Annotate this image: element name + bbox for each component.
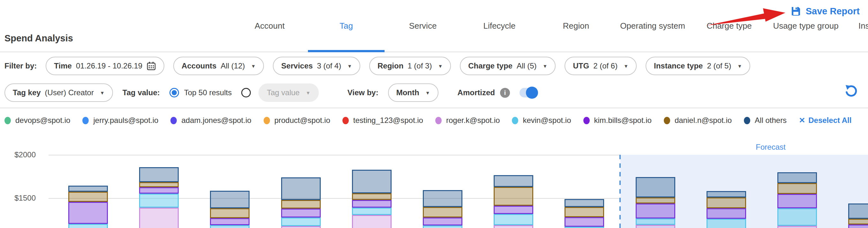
bar-8-segment-kevin-spot-io[interactable] <box>564 227 604 228</box>
bar-7-segment-daniel-n-spot-io[interactable] <box>494 187 533 206</box>
bar-6-segment-kim-bills-spot-io[interactable] <box>423 218 462 225</box>
bar-5-segment-all-others[interactable] <box>352 170 392 193</box>
tab-account[interactable]: Account <box>231 0 308 51</box>
legend-dot <box>342 117 349 124</box>
bar-4-segment-kim-bills-spot-io[interactable] <box>281 208 321 218</box>
bar-11-segment-roger-k-spot-io[interactable] <box>777 226 817 228</box>
bar-1-segment-daniel-n-spot-io[interactable] <box>68 192 108 202</box>
forecast-divider-line <box>619 155 621 228</box>
tab-service[interactable]: Service <box>384 0 461 51</box>
legend-item-kim-bills-spot-io[interactable]: kim.bills@spot.io <box>583 116 652 125</box>
bar-4-segment-kevin-spot-io[interactable] <box>281 218 321 226</box>
charge-type-filter-label: Charge type <box>468 62 513 70</box>
bar-10-segment-kim-bills-spot-io[interactable] <box>707 208 746 219</box>
save-report-label: Save Report <box>806 6 860 16</box>
bar-11-segment-kim-bills-spot-io[interactable] <box>777 194 817 208</box>
bar-9-segment-roger-k-spot-io[interactable] <box>636 225 675 228</box>
top-50-results-radio[interactable] <box>169 88 179 98</box>
bar-3-segment-kevin-spot-io[interactable] <box>210 225 250 228</box>
bar-6-segment-daniel-n-spot-io[interactable] <box>423 207 462 218</box>
bar-4-segment-roger-k-spot-io[interactable] <box>281 226 321 228</box>
legend-item-adam-jones-spot-io[interactable]: adam.jones@spot.io <box>170 116 251 125</box>
bar-11-segment-daniel-n-spot-io[interactable] <box>777 183 817 194</box>
bar-5-segment-kim-bills-spot-io[interactable] <box>352 200 392 207</box>
bar-3-segment-daniel-n-spot-io[interactable] <box>210 208 250 218</box>
legend-item-product-spot-io[interactable]: product@spot.io <box>264 116 330 125</box>
bar-12-segment-daniel-n-spot-io[interactable] <box>848 219 868 225</box>
bar-1-segment-kim-bills-spot-io[interactable] <box>68 202 108 224</box>
bar-7-segment-all-others[interactable] <box>494 175 533 187</box>
bar-7-segment-kim-bills-spot-io[interactable] <box>494 206 533 214</box>
chart-legend: devops@spot.iojerry.pauls@spot.ioadam.jo… <box>4 116 851 125</box>
bar-1-segment-all-others[interactable] <box>68 186 108 192</box>
bar-12-segment-all-others[interactable] <box>848 203 868 219</box>
time-filter-pill[interactable]: Time 01.26.19 - 10.26.19 <box>45 57 164 75</box>
chevron-down-icon: ▼ <box>543 63 548 69</box>
tab-region[interactable]: Region <box>538 0 614 51</box>
bar-6-segment-kevin-spot-io[interactable] <box>423 225 462 228</box>
amortized-toggle[interactable] <box>520 88 537 98</box>
legend-item-daniel-n-spot-io[interactable]: daniel.n@spot.io <box>664 116 732 125</box>
bar-10-segment-daniel-n-spot-io[interactable] <box>707 197 746 208</box>
utg-filter-label: UTG <box>573 62 589 70</box>
utg-filter-pill[interactable]: UTG 2 (of 6) ▼ <box>564 57 637 75</box>
legend-item-roger-k-spot-io[interactable]: roger.k@spot.io <box>435 116 500 125</box>
bar-11-segment-kevin-spot-io[interactable] <box>777 208 817 226</box>
spend-chart: Forecast $2000$1500 <box>0 137 868 228</box>
legend-item-all-others[interactable]: All others <box>744 116 786 125</box>
bar-9-segment-kevin-spot-io[interactable] <box>636 219 675 225</box>
accounts-filter-label: Accounts <box>182 62 216 70</box>
filter-row-2: Tag key (User) Creator ▼ Tag value: Top … <box>4 83 537 102</box>
bar-2-segment-kevin-spot-io[interactable] <box>139 194 179 207</box>
bar-2-segment-roger-k-spot-io[interactable] <box>139 207 179 228</box>
bar-8-segment-kim-bills-spot-io[interactable] <box>564 217 604 227</box>
reset-button[interactable] <box>844 83 859 98</box>
bar-9-segment-daniel-n-spot-io[interactable] <box>636 197 675 203</box>
tab-charge-type[interactable]: Charge type <box>691 0 768 51</box>
save-icon <box>790 6 801 16</box>
services-filter-label: Services <box>281 62 313 70</box>
bar-2-segment-daniel-n-spot-io[interactable] <box>139 182 179 187</box>
bar-10-segment-all-others[interactable] <box>707 191 746 197</box>
save-report-button[interactable]: Save Report <box>790 6 860 16</box>
tab-tag[interactable]: Tag <box>308 0 384 51</box>
info-icon[interactable]: i <box>500 88 510 98</box>
tag-value-radio[interactable] <box>241 88 251 98</box>
bar-9-segment-kim-bills-spot-io[interactable] <box>636 203 675 219</box>
tag-value-dropdown[interactable]: Tag value ▼ <box>258 83 319 102</box>
bar-4-segment-daniel-n-spot-io[interactable] <box>281 200 321 208</box>
bar-5-segment-daniel-n-spot-io[interactable] <box>352 193 392 200</box>
instance-type-filter-pill[interactable]: Instance type 2 (of 5) ▼ <box>646 57 750 75</box>
tab-operating-system[interactable]: Operating system <box>614 0 691 51</box>
charge-type-filter-pill[interactable]: Charge type All (5) ▼ <box>460 57 556 75</box>
deselect-all-button[interactable]: ✕Deselect All <box>799 116 851 125</box>
legend-item-jerry-pauls-spot-io[interactable]: jerry.pauls@spot.io <box>82 116 158 125</box>
bar-3-segment-all-others[interactable] <box>210 191 250 208</box>
legend-item-testing-123-spot-io[interactable]: testing_123@spot.io <box>342 116 423 125</box>
time-filter-label: Time <box>54 62 72 70</box>
bar-11-segment-all-others[interactable] <box>777 172 817 183</box>
bar-3-segment-kim-bills-spot-io[interactable] <box>210 218 250 225</box>
bar-7-segment-roger-k-spot-io[interactable] <box>494 225 533 228</box>
bar-2-segment-all-others[interactable] <box>139 167 179 182</box>
services-filter-pill[interactable]: Services 3 (of 4) ▼ <box>273 57 360 75</box>
bar-6-segment-all-others[interactable] <box>423 190 462 207</box>
legend-item-kevin-spot-io[interactable]: kevin@spot.io <box>512 116 571 125</box>
region-filter-pill[interactable]: Region 1 (of 3) ▼ <box>369 57 451 75</box>
tag-key-pill[interactable]: Tag key (User) Creator ▼ <box>4 83 113 102</box>
tab-lifecycle[interactable]: Lifecycle <box>461 0 538 51</box>
view-by-dropdown[interactable]: Month ▼ <box>388 83 438 102</box>
bar-10-segment-kevin-spot-io[interactable] <box>707 219 746 228</box>
bar-5-segment-roger-k-spot-io[interactable] <box>352 215 392 228</box>
bar-7-segment-kevin-spot-io[interactable] <box>494 214 533 225</box>
accounts-filter-pill[interactable]: Accounts All (12) ▼ <box>173 57 264 75</box>
bar-8-segment-daniel-n-spot-io[interactable] <box>564 207 604 217</box>
bar-2-segment-kim-bills-spot-io[interactable] <box>139 187 179 194</box>
bar-8-segment-all-others[interactable] <box>564 199 604 207</box>
bar-1-segment-kevin-spot-io[interactable] <box>68 224 108 228</box>
bar-9-segment-all-others[interactable] <box>636 177 675 197</box>
bar-12-segment-kim-bills-spot-io[interactable] <box>848 225 868 228</box>
bar-5-segment-kevin-spot-io[interactable] <box>352 207 392 215</box>
bar-4-segment-all-others[interactable] <box>281 177 321 200</box>
legend-item-devops-spot-io[interactable]: devops@spot.io <box>4 116 70 125</box>
